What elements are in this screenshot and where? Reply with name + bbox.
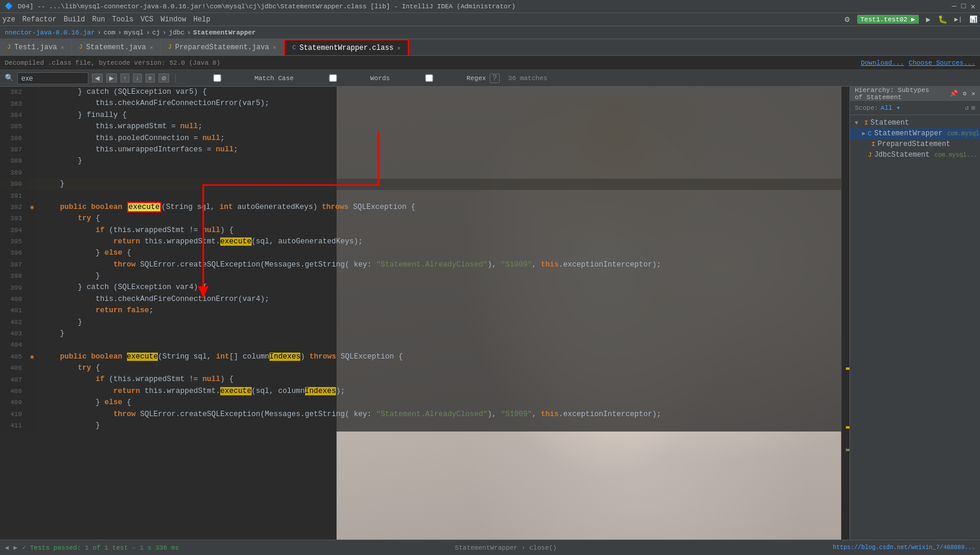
line-num-399: 399 <box>0 282 27 293</box>
toolbar-coverage-icon[interactable]: ▶| <box>954 15 962 23</box>
code-text-400: this.checkAndFireConnectionError(var4); <box>37 294 841 305</box>
run-button[interactable]: Test1.test02 ▶ <box>857 15 919 24</box>
code-line-395: 395 return this.wrappedStmt.execute(sql,… <box>0 236 841 248</box>
gutter-385 <box>27 121 37 132</box>
code-area[interactable]: 382 } catch (SQLException var5) { 383 th… <box>0 87 841 540</box>
code-line-406: 406 try { <box>0 363 841 374</box>
toolbar-run-icon[interactable]: ▶ <box>926 15 931 24</box>
code-line-388: 388 } <box>0 156 841 167</box>
code-text-393: try { <box>37 213 841 224</box>
nav-down-button[interactable]: ↓ <box>133 74 142 83</box>
tab-statementwrapper[interactable]: C StatementWrapper.class ✕ <box>284 39 408 55</box>
menu-run[interactable]: Run <box>92 15 105 24</box>
words-label[interactable]: Words <box>297 74 390 82</box>
tree-item-jdbcstatement[interactable]: J JdbcStatement com.mysql... <box>850 150 980 160</box>
status-link: https://blog.csdn.net/weixin_7/488089... <box>833 544 975 551</box>
gutter-403 <box>27 328 37 340</box>
menu-refactor[interactable]: Refactor <box>23 15 57 24</box>
scope-refresh-icon[interactable]: ↺ <box>965 104 969 112</box>
code-text-384: } finally { <box>37 110 841 121</box>
navigation-prev[interactable]: ◀ <box>5 544 9 551</box>
tab-close-statement[interactable]: ✕ <box>150 44 153 51</box>
gutter-397 <box>27 259 37 271</box>
regex-label[interactable]: Regex <box>394 74 486 82</box>
filter-button[interactable]: ≡ <box>145 74 155 83</box>
match-case-label[interactable]: Match Case <box>182 74 294 82</box>
tree-item-statementwrapper[interactable]: ► C StatementWrapper com.mysql... <box>850 128 980 139</box>
minimap-marker-3 <box>846 449 849 451</box>
tab-close-preparedstatement[interactable]: ✕ <box>272 44 276 51</box>
breadcrumb-com: com <box>103 29 115 36</box>
tab-close-statementwrapper[interactable]: ✕ <box>397 45 401 52</box>
code-text-387: this.unwrappedInterfaces = null; <box>37 144 841 156</box>
tree-item-preparedstatement[interactable]: I PreparedStatement <box>850 139 980 150</box>
code-line-401: 401 return false; <box>0 305 841 316</box>
tab-statement[interactable]: J Statement.java ✕ <box>72 39 161 55</box>
choose-sources-link[interactable]: Choose Sources... <box>909 59 975 66</box>
menu-tools[interactable]: Tools <box>112 15 134 24</box>
options-button[interactable]: ⊘ <box>158 74 169 83</box>
next-match-button[interactable]: ▶ <box>106 74 117 83</box>
words-checkbox[interactable] <box>297 74 369 82</box>
gutter-386 <box>27 133 37 144</box>
gutter-392: ◉ <box>27 202 37 213</box>
breadcrumb-cj: cj <box>152 29 160 36</box>
help-button[interactable]: ? <box>490 74 500 83</box>
expand-statementwrapper[interactable]: ► <box>862 131 865 137</box>
right-sidebar: Hierarchy: Subtypes of Statement 📌 ⚙ ✕ S… <box>849 87 980 540</box>
download-link[interactable]: Download... <box>861 59 904 66</box>
code-line-399: 399 } catch (SQLException var4) { <box>0 282 841 293</box>
code-text-397: throw SQLError.createSQLException(Messag… <box>37 259 841 271</box>
expand-statement[interactable]: ▼ <box>855 120 862 126</box>
search-input[interactable] <box>17 72 88 84</box>
scope-expand-icon[interactable]: ⊞ <box>971 104 975 112</box>
line-num-383: 383 <box>0 98 27 109</box>
code-line-405: 405 ◉ public boolean execute(String sql,… <box>0 351 841 363</box>
gutter-384 <box>27 110 37 121</box>
line-num-404: 404 <box>0 340 27 351</box>
line-num-405: 405 <box>0 351 27 363</box>
code-line-400: 400 this.checkAndFireConnectionError(var… <box>0 294 841 305</box>
maximize-button[interactable]: □ <box>961 2 966 11</box>
code-line-398: 398 } <box>0 271 841 282</box>
menu-analyze[interactable]: yze <box>2 15 15 24</box>
line-num-403: 403 <box>0 328 27 340</box>
main-layout: 382 } catch (SQLException var5) { 383 th… <box>0 87 980 540</box>
sidebar-settings-icon[interactable]: ⚙ <box>963 90 967 97</box>
code-text-383: this.checkAndFireConnectionError(var5); <box>37 98 841 109</box>
tree-item-statement[interactable]: ▼ I Statement <box>850 118 980 128</box>
menu-build[interactable]: Build <box>64 15 85 24</box>
tab-preparedstatement[interactable]: J PreparedStatement.java ✕ <box>161 39 284 55</box>
tab-close-test1[interactable]: ✕ <box>61 44 64 51</box>
navigation-next[interactable]: ▶ <box>14 544 18 551</box>
expand-preparedstatement[interactable] <box>862 141 869 148</box>
minimize-button[interactable]: — <box>952 2 957 11</box>
tab-test1[interactable]: J Test1.java ✕ <box>0 39 72 55</box>
scope-value[interactable]: All ▾ <box>881 104 900 112</box>
expand-jdbcstatement[interactable] <box>862 152 865 158</box>
title-bar: 🔷 D04] -- ...\lib\mysql-connector-java-8… <box>0 0 980 13</box>
menu-help[interactable]: Help <box>194 15 211 24</box>
statementwrapper-detail: com.mysql... <box>947 131 980 137</box>
code-line-382: 382 } catch (SQLException var5) { <box>0 87 841 98</box>
line-num-382: 382 <box>0 87 27 98</box>
code-text-402: } <box>37 317 841 328</box>
close-button[interactable]: ✕ <box>971 2 975 11</box>
tab-label-preparedstatement: PreparedStatement.java <box>175 43 269 52</box>
nav-up-button[interactable]: ↑ <box>120 74 129 83</box>
line-num-395: 395 <box>0 236 27 248</box>
window-controls[interactable]: — □ ✕ <box>952 2 975 11</box>
sidebar-pin-icon[interactable]: 📌 <box>950 90 958 97</box>
toolbar-debug-icon[interactable]: 🐛 <box>938 15 947 24</box>
regex-checkbox[interactable] <box>394 74 465 82</box>
sidebar-close-icon[interactable]: ✕ <box>971 90 975 97</box>
menu-window[interactable]: Window <box>160 15 186 24</box>
prev-match-button[interactable]: ◀ <box>92 74 103 83</box>
match-case-checkbox[interactable] <box>182 74 253 82</box>
menu-vcs[interactable]: VCS <box>141 15 154 24</box>
line-num-394: 394 <box>0 225 27 236</box>
toolbar-profile-icon[interactable]: 📊 <box>969 15 978 23</box>
gutter-382 <box>27 87 37 98</box>
code-line-384: 384 } finally { <box>0 110 841 121</box>
code-text-410: throw SQLError.createSQLException(Messag… <box>37 409 841 420</box>
